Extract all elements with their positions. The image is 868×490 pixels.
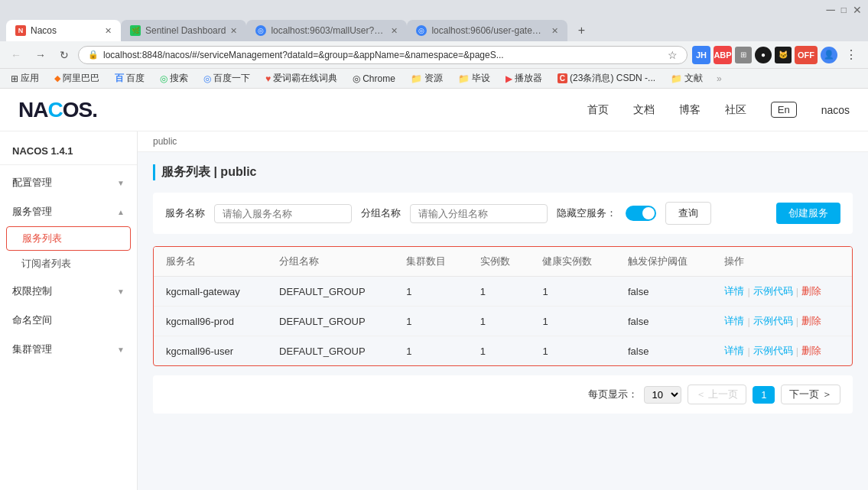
nav-home[interactable]: 首页: [587, 103, 609, 117]
lang-button[interactable]: En: [771, 102, 797, 118]
close-btn[interactable]: ✕: [853, 4, 862, 16]
nav-blog[interactable]: 博客: [679, 103, 701, 117]
hide-empty-toggle[interactable]: [626, 206, 656, 221]
new-tab-button[interactable]: +: [571, 20, 592, 41]
row1-delete-link[interactable]: 删除: [801, 284, 821, 298]
profile-icon[interactable]: 👤: [821, 47, 837, 63]
ext-tamper[interactable]: 🐱: [775, 47, 792, 63]
sidebar-group-auth-header[interactable]: 权限控制 ▼: [0, 277, 137, 306]
user-menu[interactable]: nacos: [821, 104, 850, 116]
tab-user-gateway-close[interactable]: ✕: [551, 26, 558, 36]
ext-off[interactable]: OFF: [795, 46, 818, 64]
row1-example-link[interactable]: 示例代码: [753, 284, 793, 298]
csdn-icon: C: [558, 73, 567, 83]
bookmark-thesis[interactable]: 📁 毕设: [454, 70, 495, 86]
ext-qr[interactable]: ⊞: [735, 47, 752, 63]
bookmark-alibaba[interactable]: ◆ 阿里巴巴: [50, 70, 104, 86]
next-page-button[interactable]: 下一页 ＞: [781, 385, 840, 404]
sidebar-service-arrow: ▲: [117, 208, 125, 216]
bookmarks-more[interactable]: »: [717, 73, 722, 84]
prev-page-button[interactable]: ＜ 上一页: [688, 385, 747, 404]
query-button[interactable]: 查询: [665, 202, 711, 225]
tab-nacos-close[interactable]: ✕: [105, 26, 112, 36]
col-instances: 实例数: [468, 247, 531, 277]
ext-jh[interactable]: JH: [692, 46, 710, 64]
bookmark-chrome[interactable]: ◎ Chrome: [348, 72, 400, 86]
lock-icon: 🔒: [88, 50, 99, 60]
row2-example-link[interactable]: 示例代码: [753, 314, 793, 328]
sidebar-group-auth-label: 权限控制: [12, 284, 52, 298]
sidebar-group-config-header[interactable]: 配置管理 ▼: [0, 168, 137, 197]
row2-delete-link[interactable]: 删除: [801, 314, 821, 328]
bookmark-baidu2[interactable]: ◎ 百度一下: [199, 70, 255, 86]
ext-dark[interactable]: ●: [755, 47, 772, 63]
iciba-label: 爱词霸在线词典: [273, 72, 337, 85]
group-name-label: 分组名称: [361, 206, 401, 220]
sidebar-item-service-list[interactable]: 服务列表: [6, 226, 131, 251]
nacos-header: NACOS. 首页 文档 博客 社区 En nacos: [0, 89, 868, 131]
sidebar-auth-arrow: ▼: [117, 287, 125, 296]
browser-frame: ─ □ ✕ N Nacos ✕ 🌿 Sentinel Dashboard ✕ ◎…: [0, 0, 868, 490]
tab-user-gateway-icon: ◎: [416, 25, 427, 36]
nav-docs[interactable]: 文档: [633, 103, 655, 117]
row2-detail-link[interactable]: 详情: [724, 314, 744, 328]
col-actions: 操作: [712, 247, 852, 277]
player-label: 播放器: [515, 72, 542, 85]
tab-mall-user-icon: ◎: [255, 25, 266, 36]
minimize-btn[interactable]: ─: [826, 3, 834, 17]
sidebar-item-subscriber-list[interactable]: 订阅者列表: [0, 251, 137, 277]
tab-mall-user-label: localhost:9603/mallUser?uid...: [271, 25, 386, 36]
sidebar-group-cluster-header[interactable]: 集群管理 ▼: [0, 335, 137, 364]
bookmark-literature[interactable]: 📁 文献: [666, 70, 707, 86]
tab-nacos[interactable]: N Nacos ✕: [6, 20, 121, 41]
bookmark-icon[interactable]: ☆: [668, 49, 678, 61]
bookmark-player[interactable]: ▶ 播放器: [501, 70, 547, 86]
service-name-input[interactable]: [214, 204, 352, 223]
sidebar-group-service-header[interactable]: 服务管理 ▲: [0, 197, 137, 226]
bookmark-baidu[interactable]: 百 百度: [110, 70, 149, 86]
sidebar-group-namespace-header[interactable]: 命名空间: [0, 306, 137, 335]
bookmarks-bar: ⊞ 应用 ◆ 阿里巴巴 百 百度 ◎ 搜索 ◎ 百度一下 ♥ 爱词霸在线词典 ◎…: [0, 69, 868, 89]
row3-delete-link[interactable]: 删除: [801, 344, 821, 358]
bookmark-apps[interactable]: ⊞ 应用: [6, 70, 44, 86]
tab-mall-user[interactable]: ◎ localhost:9603/mallUser?uid... ✕: [246, 20, 407, 41]
csdn-label: (23条消息) CSDN -...: [570, 72, 655, 85]
tab-sentinel-close[interactable]: ✕: [230, 26, 237, 36]
row1-actions: 详情 | 示例代码 | 删除: [712, 277, 852, 307]
sidebar-group-namespace-label: 命名空间: [12, 313, 52, 327]
row2-instances: 1: [468, 307, 531, 336]
per-page-select[interactable]: 10 20 50: [644, 386, 681, 404]
address-bar[interactable]: 🔒 localhost:8848/nacos/#/serviceManageme…: [78, 46, 688, 64]
bookmark-resource[interactable]: 📁 资源: [406, 70, 447, 86]
baidu2-icon: ◎: [203, 73, 211, 84]
row3-detail-link[interactable]: 详情: [724, 344, 744, 358]
forward-button[interactable]: →: [31, 46, 50, 64]
bookmark-csdn[interactable]: C (23条消息) CSDN -...: [553, 70, 660, 86]
row3-example-link[interactable]: 示例代码: [753, 344, 793, 358]
bookmark-iciba[interactable]: ♥ 爱词霸在线词典: [261, 70, 342, 86]
row1-detail-link[interactable]: 详情: [724, 284, 744, 298]
create-service-button[interactable]: 创建服务: [776, 203, 840, 224]
row1-group: DEFAULT_GROUP: [267, 277, 394, 307]
back-button[interactable]: ←: [6, 46, 26, 64]
nav-community[interactable]: 社区: [725, 103, 746, 117]
reload-button[interactable]: ↻: [55, 46, 73, 64]
tab-user-gateway[interactable]: ◎ localhost:9606/user-gatewa... ✕: [407, 20, 567, 41]
tab-nacos-icon: N: [15, 25, 26, 36]
nacos-nav: 首页 文档 博客 社区 En nacos: [587, 102, 850, 118]
search-icon: ◎: [160, 73, 167, 84]
row2-service-name: kgcmall96-prod: [154, 307, 267, 336]
bookmark-search[interactable]: ◎ 搜索: [155, 70, 193, 86]
tab-mall-user-close[interactable]: ✕: [391, 26, 398, 36]
tab-user-gateway-label: localhost:9606/user-gatewa...: [431, 25, 547, 36]
tab-sentinel[interactable]: 🌿 Sentinel Dashboard ✕: [121, 20, 246, 41]
maximize-btn[interactable]: □: [841, 5, 847, 15]
current-page-button[interactable]: 1: [753, 386, 775, 404]
ext-abp[interactable]: ABP: [714, 46, 732, 64]
sidebar-group-config-label: 配置管理: [12, 176, 52, 190]
breadcrumb: public: [138, 131, 868, 152]
literature-icon: 📁: [671, 73, 682, 84]
group-name-input[interactable]: [410, 204, 548, 223]
menu-button[interactable]: ⋮: [840, 44, 862, 65]
main-content: public 服务列表 | public 服务名称 分组名称 隐藏空服务： 查询…: [138, 131, 868, 490]
